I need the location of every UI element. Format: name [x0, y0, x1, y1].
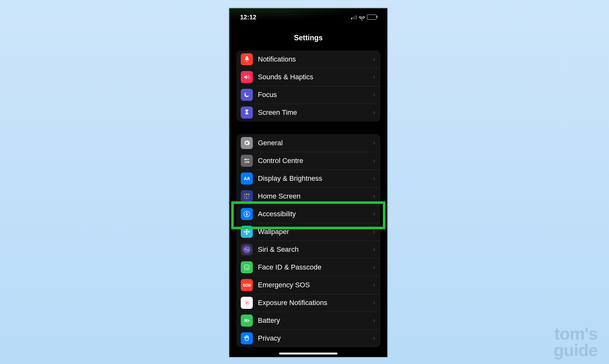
wifi-icon: [359, 15, 365, 19]
watermark-line2: guide: [553, 342, 598, 358]
scroll-area[interactable]: Settings Notifications›Sounds & Haptics›…: [229, 23, 387, 357]
row-label: Battery: [258, 316, 370, 325]
settings-row-control-centre[interactable]: Control Centre›: [236, 152, 380, 170]
row-label: General: [258, 139, 370, 147]
row-label: Notifications: [258, 55, 370, 63]
chevron-right-icon: ›: [373, 228, 375, 236]
wallpaper-icon: [241, 226, 253, 238]
settings-row-siri-search[interactable]: Siri & Search›: [236, 241, 380, 258]
chevron-right-icon: ›: [373, 316, 375, 325]
chevron-right-icon: ›: [373, 91, 375, 99]
chevron-right-icon: ›: [373, 174, 375, 183]
chevron-right-icon: ›: [373, 210, 375, 218]
row-label: Face ID & Passcode: [258, 263, 370, 271]
settings-group: Notifications›Sounds & Haptics›Focus›Scr…: [236, 50, 380, 121]
settings-row-exposure[interactable]: Exposure Notifications›: [236, 294, 380, 312]
cellular-signal-icon: [351, 15, 357, 19]
settings-row-battery[interactable]: Battery›: [236, 312, 380, 329]
phone-frame: 12:12 Settings Notifications›Sounds & Ha…: [228, 7, 388, 358]
settings-row-face-id[interactable]: Face ID & Passcode›: [236, 258, 380, 276]
settings-row-general[interactable]: General›: [236, 134, 380, 152]
settings-row-display[interactable]: AADisplay & Brightness›: [236, 170, 380, 187]
row-label: Accessibility: [258, 210, 370, 218]
settings-row-privacy[interactable]: Privacy›: [236, 329, 380, 347]
row-label: Privacy: [258, 334, 370, 342]
row-label: Focus: [258, 91, 370, 99]
settings-list: Notifications›Sounds & Haptics›Focus›Scr…: [229, 50, 387, 347]
chevron-right-icon: ›: [373, 245, 375, 254]
screen-time-icon: [241, 107, 253, 119]
chevron-right-icon: ›: [373, 157, 375, 165]
settings-row-home-screen[interactable]: Home Screen›: [236, 187, 380, 205]
chevron-right-icon: ›: [373, 192, 375, 200]
settings-row-sounds-haptics[interactable]: Sounds & Haptics›: [236, 68, 380, 86]
chevron-right-icon: ›: [373, 299, 375, 307]
status-right: [351, 15, 377, 20]
chevron-right-icon: ›: [373, 281, 375, 289]
phone-screen: 12:12 Settings Notifications›Sounds & Ha…: [229, 8, 387, 357]
face-id-icon: [241, 261, 253, 273]
home-indicator[interactable]: [279, 353, 337, 354]
settings-row-accessibility[interactable]: Accessibility›: [236, 205, 380, 223]
privacy-icon: [241, 332, 253, 344]
row-label: Control Centre: [258, 157, 370, 165]
row-label: Sounds & Haptics: [258, 73, 370, 81]
settings-group: General›Control Centre›AADisplay & Brigh…: [236, 134, 380, 347]
battery-icon: [241, 315, 253, 327]
chevron-right-icon: ›: [373, 73, 375, 81]
accessibility-icon: [241, 208, 253, 220]
display-icon: AA: [241, 172, 253, 185]
exposure-icon: [241, 297, 253, 309]
row-label: Wallpaper: [258, 228, 370, 236]
emergency-sos-icon: SOS: [241, 279, 253, 291]
settings-row-focus[interactable]: Focus›: [236, 86, 380, 104]
row-label: Siri & Search: [258, 245, 370, 254]
watermark-line1: tom's: [553, 326, 598, 342]
settings-row-screen-time[interactable]: Screen Time›: [236, 104, 380, 121]
chevron-right-icon: ›: [373, 334, 375, 342]
siri-search-icon: [241, 244, 253, 256]
page-title: Settings: [229, 23, 387, 50]
chevron-right-icon: ›: [373, 139, 375, 147]
row-label: Emergency SOS: [258, 281, 370, 289]
home-screen-icon: [241, 190, 253, 202]
row-label: Exposure Notifications: [258, 299, 370, 307]
settings-row-emergency-sos[interactable]: SOSEmergency SOS›: [236, 276, 380, 294]
watermark-logo: tom's guide: [553, 326, 598, 358]
row-label: Display & Brightness: [258, 174, 370, 183]
sounds-haptics-icon: [241, 71, 253, 83]
chevron-right-icon: ›: [373, 263, 375, 271]
row-label: Home Screen: [258, 192, 370, 200]
settings-row-wallpaper[interactable]: Wallpaper›: [236, 223, 380, 241]
notifications-icon: [241, 53, 253, 65]
focus-icon: [241, 89, 253, 101]
row-label: Screen Time: [258, 108, 370, 117]
settings-row-notifications[interactable]: Notifications›: [236, 50, 380, 68]
control-centre-icon: [241, 155, 253, 167]
status-bar: 12:12: [229, 8, 387, 23]
chevron-right-icon: ›: [373, 55, 375, 63]
battery-icon: [367, 15, 377, 20]
chevron-right-icon: ›: [373, 108, 375, 117]
general-icon: [241, 137, 253, 149]
status-time: 12:12: [240, 14, 256, 21]
